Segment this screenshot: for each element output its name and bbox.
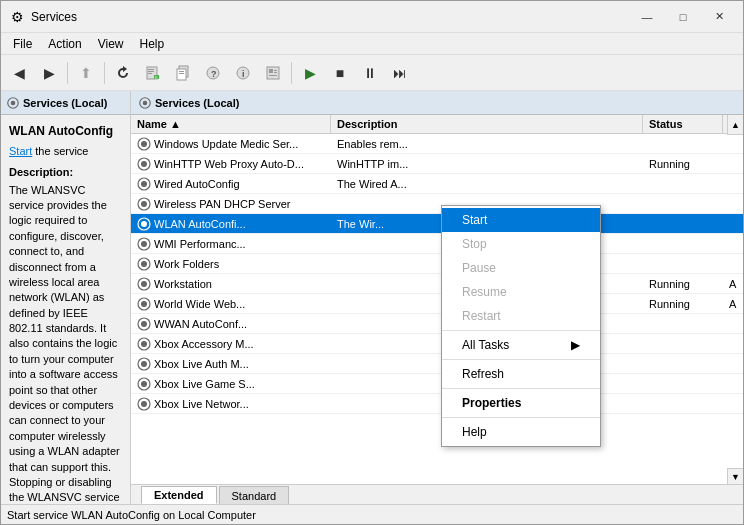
minimize-button[interactable]: — [631,7,663,27]
svg-rect-2 [148,71,154,72]
tab-extended[interactable]: Extended [141,486,217,504]
svg-rect-14 [269,69,273,73]
svg-rect-1 [148,69,154,70]
table-row[interactable]: Wired AutoConfig The Wired A... [131,174,743,194]
ctx-help[interactable]: Help [442,420,600,444]
svg-point-25 [141,161,147,167]
ctx-all-tasks[interactable]: All Tasks ▶ [442,333,600,357]
svg-point-47 [141,381,147,387]
ctx-sep-1 [442,330,600,331]
cell-name: WinHTTP Web Proxy Auto-D... [131,154,331,174]
main-content: Services (Local) WLAN AutoConfig Start t… [1,91,743,504]
refresh-button[interactable] [109,60,137,86]
table-row[interactable]: WMI Performanc... [131,234,743,254]
ctx-restart[interactable]: Restart [442,304,600,328]
cell-name: WMI Performanc... [131,234,331,254]
ctx-resume[interactable]: Resume [442,280,600,304]
table-row[interactable]: WWAN AutoConf... [131,314,743,334]
cell-status [643,354,723,374]
forward-button[interactable]: ▶ [35,60,63,86]
table-row[interactable]: Xbox Live Networ... [131,394,743,414]
panel-header: Services (Local) [131,91,743,115]
help-btn[interactable]: ? [199,60,227,86]
export-icon: E [145,65,161,81]
ctx-stop[interactable]: Stop [442,232,600,256]
table-row[interactable]: Wireless PAN DHCP Server [131,194,743,214]
main-window: ⚙ Services — □ ✕ File Action View Help ◀… [0,0,744,525]
export-button[interactable]: E [139,60,167,86]
cell-desc: Enables rem... [331,134,643,154]
row-icon [137,357,151,371]
menu-view[interactable]: View [90,34,132,54]
restart-button[interactable]: ⏭ [386,60,414,86]
svg-rect-17 [269,75,277,76]
scroll-up-btn[interactable]: ▲ [727,115,743,135]
svg-point-39 [141,301,147,307]
cell-startup [723,194,743,214]
up-button[interactable]: ⬆ [72,60,100,86]
table-row[interactable]: World Wide Web... Running A [131,294,743,314]
row-icon [137,377,151,391]
info-button[interactable]: i [229,60,257,86]
panel-icon [139,97,151,109]
table-row[interactable]: Xbox Accessory M... [131,334,743,354]
menu-help[interactable]: Help [132,34,173,54]
svg-rect-7 [179,71,184,72]
ctx-properties[interactable]: Properties [442,391,600,415]
properties-button[interactable] [259,60,287,86]
cell-name: Xbox Live Networ... [131,394,331,414]
table-row[interactable]: Xbox Live Auth M... [131,354,743,374]
table-header: Name ▲ Description Status S [131,115,743,134]
cell-name: Wireless PAN DHCP Server [131,194,331,214]
col-status[interactable]: Status [643,115,723,133]
table-row[interactable]: Xbox Live Game S... [131,374,743,394]
pause-button[interactable]: ⏸ [356,60,384,86]
stop-button[interactable]: ■ [326,60,354,86]
cell-startup [723,334,743,354]
tabs-bar: Extended Standard [131,484,743,504]
table-row[interactable]: Work Folders [131,254,743,274]
ctx-pause[interactable]: Pause [442,256,600,280]
cell-status [643,174,723,194]
cell-name: Windows Update Medic Ser... [131,134,331,154]
sidebar: Services (Local) WLAN AutoConfig Start t… [1,91,131,504]
play-button[interactable]: ▶ [296,60,324,86]
svg-point-21 [143,100,148,105]
panel-header-text: Services (Local) [155,97,239,109]
copy-button[interactable] [169,60,197,86]
info-icon: i [235,65,251,81]
selected-row[interactable]: WLAN AutoConfi... The Wir... [131,214,743,234]
maximize-button[interactable]: □ [667,7,699,27]
table-row[interactable]: WinHTTP Web Proxy Auto-D... WinHTTP im..… [131,154,743,174]
row-icon [137,257,151,271]
cell-name: Workstation [131,274,331,294]
cell-status [643,194,723,214]
ctx-start[interactable]: Start [442,208,600,232]
col-name[interactable]: Name ▲ [131,115,331,133]
toolbar-separator-1 [67,62,68,84]
status-text: Start service WLAN AutoConfig on Local C… [7,509,256,521]
sidebar-description: WLAN AutoConfig Start the service Descri… [1,115,130,504]
table-row[interactable]: Workstation Running A [131,274,743,294]
services-icon [7,97,19,109]
description-text: The WLANSVC service provides the logic r… [9,183,122,504]
scroll-down-btn[interactable]: ▼ [727,468,743,484]
menu-action[interactable]: Action [40,34,89,54]
menu-file[interactable]: File [5,34,40,54]
svg-rect-8 [179,73,184,74]
col-description[interactable]: Description [331,115,643,133]
back-button[interactable]: ◀ [5,60,33,86]
close-button[interactable]: ✕ [703,7,735,27]
ctx-refresh[interactable]: Refresh [442,362,600,386]
cell-status [643,214,723,234]
start-link[interactable]: Start [9,145,32,157]
tab-standard[interactable]: Standard [219,486,290,504]
svg-point-43 [141,341,147,347]
cell-status: Running [643,154,723,174]
table-row[interactable]: Windows Update Medic Ser... Enables rem.… [131,134,743,154]
services-table[interactable]: ▲ Name ▲ Description Status S Windows Up… [131,115,743,484]
copy-icon [175,65,191,81]
toolbar: ◀ ▶ ⬆ E [1,55,743,91]
cell-status [643,254,723,274]
cell-startup [723,134,743,154]
